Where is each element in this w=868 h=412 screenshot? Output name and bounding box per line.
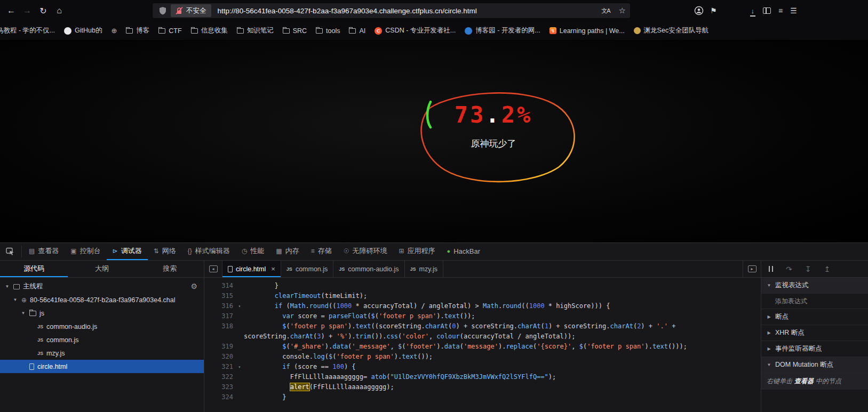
editor-tab-common.js[interactable]: JScommon.js <box>281 261 333 277</box>
line-number[interactable]: 322 <box>204 372 235 382</box>
line-number[interactable]: 316 <box>204 301 235 311</box>
editor-tab-common-audio.js[interactable]: JScommon-audio.js <box>333 261 404 277</box>
library-icon[interactable]: ≡ <box>778 6 783 15</box>
bookmark-item[interactable]: CCSDN - 专业开发者社... <box>375 26 456 35</box>
twisty-icon[interactable]: ▼ <box>4 284 10 289</box>
line-number[interactable]: 324 <box>204 392 235 402</box>
line-number[interactable]: 315 <box>204 291 235 301</box>
twisty-icon[interactable]: ▶ <box>766 330 772 335</box>
bookmark-item[interactable]: 渊龙Sec安全团队导航 <box>634 26 709 35</box>
editor-tab-circle.html[interactable]: circle.html× <box>222 261 281 277</box>
sources-tab-源代码[interactable]: 源代码 <box>0 261 68 277</box>
bookmark-folder[interactable]: 博客 <box>126 26 149 35</box>
account-icon[interactable] <box>694 6 704 15</box>
sidebar-icon[interactable] <box>763 7 771 14</box>
pause-icon[interactable] <box>769 266 773 272</box>
bookmark-star-icon[interactable]: ☆ <box>619 6 626 15</box>
line-number[interactable]: 321 <box>204 362 235 372</box>
devtools-tab-查看器[interactable]: ▤查看器 <box>23 243 65 260</box>
tree-row[interactable]: ▼⊕80-56c41fea-0058-427f-b2aa-f3a967a903e… <box>0 293 204 306</box>
home-icon[interactable]: ⌂ <box>51 3 67 19</box>
tree-row[interactable]: ▼主线程 <box>0 280 204 293</box>
tree-row[interactable]: ▼js <box>0 306 204 320</box>
debugger-section-XHR 断点[interactable]: ▶XHR 断点 <box>761 325 868 341</box>
inspector-link[interactable]: 查看器 <box>794 377 814 385</box>
code-area[interactable]: 314 }315 clearTimeout(timeLimit);316▾ if… <box>204 278 761 412</box>
reload-icon[interactable]: ↻ <box>35 3 51 19</box>
sources-tab-搜索[interactable]: 搜索 <box>136 261 204 277</box>
code-token: , <box>571 343 579 350</box>
back-icon[interactable]: ← <box>3 3 19 19</box>
sources-tab-大纲[interactable]: 大纲 <box>68 261 136 277</box>
line-number[interactable]: 323 <box>204 382 235 392</box>
devtools-tab-样式编辑器[interactable]: {}样式编辑器 <box>182 243 236 260</box>
devtools-tab-应用程序[interactable]: ⊞应用程序 <box>393 243 441 260</box>
tree-item-label: common.js <box>46 336 78 344</box>
translate-icon[interactable]: 文A <box>601 7 610 15</box>
collapse-sources-pane-icon[interactable]: ◂ <box>204 261 222 277</box>
forward-icon[interactable]: → <box>19 3 35 19</box>
devtools-tab-控制台[interactable]: ▣控制台 <box>65 243 106 260</box>
menu-icon[interactable]: ☰ <box>790 6 797 15</box>
debugger-section-监视表达式[interactable]: ▼监视表达式 <box>761 278 868 294</box>
twisty-icon[interactable]: ▼ <box>766 283 772 288</box>
fold-arrow-icon[interactable]: ▾ <box>235 301 244 311</box>
line-number[interactable]: 317 <box>204 311 235 321</box>
twisty-icon[interactable]: ▶ <box>766 314 772 319</box>
step-out-icon[interactable]: ↥ <box>824 265 830 273</box>
close-tab-icon[interactable]: × <box>271 265 275 273</box>
bookmark-folder[interactable]: CTF <box>158 27 181 35</box>
bookmark-item[interactable]: ↯Learning paths | We... <box>550 27 625 35</box>
tree-row[interactable]: JScommon.js <box>0 333 204 346</box>
expand-panel-icon[interactable]: ▸ <box>743 261 761 277</box>
devtools-tab-无障碍环境[interactable]: ☉无障碍环境 <box>338 243 393 260</box>
bookmark-folder[interactable]: tools <box>316 27 340 35</box>
sources-settings-gear-icon[interactable]: ⚙ <box>190 282 197 290</box>
bookmark-folder[interactable]: SRC <box>283 27 307 35</box>
debugger-section-事件监听器断点[interactable]: ▶事件监听器断点 <box>761 341 868 357</box>
add-watch-expression-input[interactable]: 添加表达式 <box>761 294 868 309</box>
debugger-section-DOM Mutation 断点[interactable]: ▼DOM Mutation 断点 <box>761 357 868 373</box>
devtools-tab-HackBar[interactable]: ●HackBar <box>441 243 487 260</box>
twisty-icon[interactable]: ▼ <box>12 297 18 302</box>
devtools-tab-调试器[interactable]: ⊳调试器 <box>107 243 148 260</box>
line-number[interactable]: 314 <box>204 281 235 291</box>
editor-tab-mzy.js[interactable]: JSmzy.js <box>405 261 444 277</box>
element-picker-icon[interactable] <box>0 243 20 260</box>
twisty-icon[interactable]: ▼ <box>20 311 26 316</box>
step-in-icon[interactable]: ↧ <box>805 265 811 273</box>
bookmark-folder[interactable]: 知识笔记 <box>237 26 274 35</box>
code-token: if <box>282 363 290 370</box>
line-number[interactable]: 320 <box>204 352 235 362</box>
devtools-tab-内存[interactable]: ▦内存 <box>270 243 305 260</box>
debugger-section-断点[interactable]: ▶断点 <box>761 309 868 325</box>
devtools-tab-label: 无障碍环境 <box>352 246 387 256</box>
fold-spacer <box>235 311 244 321</box>
tree-row[interactable]: JScommon-audio.js <box>0 320 204 333</box>
address-bar[interactable]: 不安全 http://80-56c41fea-0058-427f-b2aa-f3… <box>153 3 630 18</box>
devtools-tab-存储[interactable]: ≡存储 <box>305 243 338 260</box>
tree-row[interactable]: circle.html <box>0 360 204 373</box>
tree-row[interactable]: JSmzy.js <box>0 346 204 360</box>
twisty-icon[interactable]: ▼ <box>766 362 772 367</box>
line-number[interactable] <box>204 332 235 342</box>
downloads-icon[interactable]: ↓ <box>750 7 756 15</box>
insecure-connection-badge[interactable]: 不安全 <box>171 4 211 17</box>
shield-icon <box>634 27 641 34</box>
tracking-protection-shield-icon[interactable] <box>159 6 166 15</box>
step-over-icon[interactable]: ↷ <box>786 265 792 273</box>
devtools-tab-性能[interactable]: ◷性能 <box>236 243 270 260</box>
bookmark-item[interactable]: ⊕ <box>111 27 117 35</box>
pocket-flag-icon[interactable]: ⚑ <box>710 6 717 15</box>
html-file-icon <box>29 363 34 370</box>
twisty-icon[interactable]: ▶ <box>766 346 772 351</box>
fold-arrow-icon[interactable]: ▾ <box>235 362 244 372</box>
bookmark-item[interactable]: GitHub的 <box>64 26 102 35</box>
bookmark-folder[interactable]: AI <box>349 27 365 35</box>
line-number[interactable]: 318 <box>204 321 235 332</box>
line-number[interactable]: 319 <box>204 342 235 352</box>
devtools-tab-网络[interactable]: ⇅网络 <box>148 243 182 260</box>
bookmark-item[interactable]: 博客园 - 开发者的网... <box>465 26 540 35</box>
bookmark-item[interactable]: 鸟教程 - 学的不仅... <box>0 26 55 35</box>
bookmark-folder[interactable]: 信息收集 <box>191 26 228 35</box>
